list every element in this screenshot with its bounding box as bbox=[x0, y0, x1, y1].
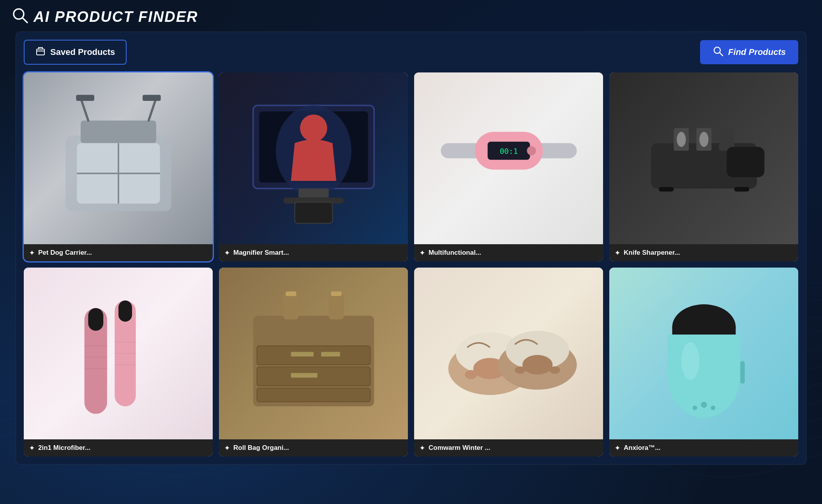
product-image-6 bbox=[219, 268, 408, 439]
svg-rect-55 bbox=[321, 352, 340, 357]
saved-products-icon bbox=[35, 46, 46, 58]
product-card-6[interactable]: ✦ Roll Bag Organi... bbox=[219, 268, 408, 456]
saved-products-button[interactable]: Saved Products bbox=[24, 40, 127, 65]
svg-rect-51 bbox=[328, 293, 344, 319]
main-panel: Saved Products Find Products bbox=[16, 32, 806, 465]
cursor-icon-6: ✦ bbox=[224, 444, 229, 452]
svg-point-66 bbox=[549, 366, 560, 374]
product-label-6: ✦ Roll Bag Organi... bbox=[219, 439, 408, 456]
product-image-8 bbox=[609, 268, 798, 439]
svg-rect-70 bbox=[667, 335, 740, 380]
product-label-3: ✦ Multifunctional... bbox=[414, 244, 603, 261]
svg-point-73 bbox=[701, 402, 707, 408]
product-image-1 bbox=[24, 72, 213, 244]
svg-rect-56 bbox=[291, 373, 317, 378]
product-label-2: ✦ Magnifier Smart... bbox=[219, 244, 408, 261]
svg-rect-34 bbox=[658, 187, 674, 192]
app-title: AI PRODUCT FINDER bbox=[34, 9, 198, 25]
svg-rect-52 bbox=[286, 291, 296, 296]
svg-point-31 bbox=[677, 132, 686, 147]
svg-point-64 bbox=[522, 355, 552, 374]
svg-rect-53 bbox=[331, 291, 341, 296]
saved-products-label: Saved Products bbox=[50, 47, 115, 57]
svg-rect-19 bbox=[298, 189, 329, 197]
product-image-3: 00:1 bbox=[414, 72, 603, 244]
product-card-3[interactable]: 00:1 ✦ Multifunctional... bbox=[414, 72, 603, 261]
product-card-8[interactable]: ✦ Anxiora™... bbox=[609, 268, 798, 456]
product-name-6: Roll Bag Organi... bbox=[233, 444, 289, 452]
svg-rect-13 bbox=[76, 95, 94, 101]
find-products-label: Find Products bbox=[728, 47, 786, 57]
svg-rect-7 bbox=[81, 120, 156, 143]
cursor-icon-8: ✦ bbox=[615, 444, 620, 452]
svg-point-32 bbox=[699, 132, 708, 147]
product-card-1[interactable]: ✦ Pet Dog Carrier... bbox=[24, 72, 213, 261]
product-name-8: Anxiora™... bbox=[624, 444, 660, 452]
product-label-1: ✦ Pet Dog Carrier... bbox=[24, 244, 213, 261]
svg-rect-21 bbox=[295, 202, 332, 223]
svg-text:00:1: 00:1 bbox=[499, 147, 518, 156]
svg-line-1 bbox=[23, 18, 27, 23]
product-name-5: 2in1 Microfiber... bbox=[38, 444, 90, 452]
product-label-5: ✦ 2in1 Microfiber... bbox=[24, 439, 213, 456]
cursor-icon-2: ✦ bbox=[224, 249, 229, 257]
svg-rect-37 bbox=[88, 308, 103, 331]
product-name-3: Multifunctional... bbox=[429, 249, 481, 257]
product-label-4: ✦ Knife Sharpener... bbox=[609, 244, 798, 261]
product-label-8: ✦ Anxiora™... bbox=[609, 439, 798, 456]
product-image-7 bbox=[414, 268, 603, 439]
product-image-5 bbox=[24, 268, 213, 439]
product-card-4[interactable]: ✦ Knife Sharpener... bbox=[609, 72, 798, 261]
svg-point-71 bbox=[681, 342, 699, 380]
product-card-5[interactable]: ✦ 2in1 Microfiber... bbox=[24, 268, 213, 456]
product-name-1: Pet Dog Carrier... bbox=[38, 249, 92, 257]
product-image-2 bbox=[219, 72, 408, 244]
svg-rect-35 bbox=[734, 187, 749, 192]
svg-rect-54 bbox=[291, 352, 313, 357]
svg-rect-14 bbox=[143, 95, 161, 101]
find-products-icon bbox=[713, 46, 723, 59]
cursor-icon-5: ✦ bbox=[29, 444, 34, 452]
svg-point-26 bbox=[527, 146, 536, 155]
toolbar: Saved Products Find Products bbox=[24, 40, 798, 65]
cursor-icon-1: ✦ bbox=[29, 249, 34, 257]
products-grid: ✦ Pet Dog Carrier... bbox=[24, 72, 798, 456]
product-name-4: Knife Sharpener... bbox=[624, 249, 680, 257]
find-products-button[interactable]: Find Products bbox=[700, 40, 798, 64]
svg-line-5 bbox=[720, 53, 723, 56]
app-header: AI PRODUCT FINDER bbox=[0, 0, 822, 32]
svg-rect-39 bbox=[118, 301, 132, 322]
svg-line-11 bbox=[81, 98, 88, 120]
search-icon bbox=[12, 7, 28, 27]
product-name-2: Magnifier Smart... bbox=[233, 249, 289, 257]
cursor-icon-3: ✦ bbox=[420, 249, 425, 257]
cursor-icon-4: ✦ bbox=[615, 249, 620, 257]
svg-point-60 bbox=[465, 370, 477, 379]
svg-point-18 bbox=[300, 115, 327, 142]
svg-point-75 bbox=[711, 405, 715, 410]
svg-point-74 bbox=[692, 405, 697, 410]
product-image-4 bbox=[609, 72, 798, 244]
svg-rect-49 bbox=[257, 388, 370, 402]
svg-rect-72 bbox=[740, 361, 745, 384]
svg-rect-33 bbox=[727, 147, 764, 177]
cursor-icon-7: ✦ bbox=[420, 444, 425, 452]
svg-rect-2 bbox=[37, 49, 44, 55]
svg-rect-50 bbox=[283, 293, 298, 319]
svg-point-65 bbox=[515, 366, 525, 374]
product-card-2[interactable]: ✦ Magnifier Smart... bbox=[219, 72, 408, 261]
product-name-7: Comwarm Winter ... bbox=[429, 444, 490, 452]
product-label-7: ✦ Comwarm Winter ... bbox=[414, 439, 603, 456]
product-card-7[interactable]: ✦ Comwarm Winter ... bbox=[414, 268, 603, 456]
svg-line-12 bbox=[148, 98, 156, 120]
